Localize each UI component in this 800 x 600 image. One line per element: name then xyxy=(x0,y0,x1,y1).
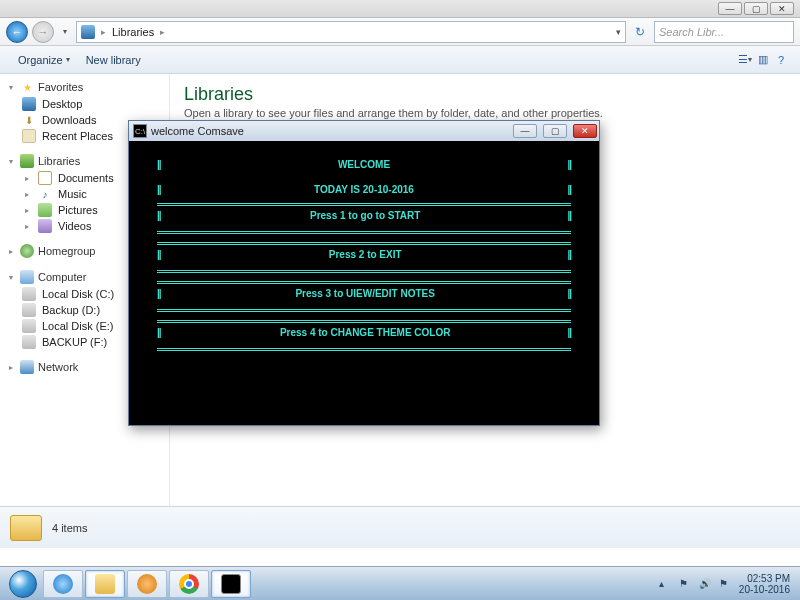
taskbar-chrome[interactable] xyxy=(169,570,209,598)
address-bar[interactable]: ▸ Libraries ▸ ▾ xyxy=(76,21,626,43)
cmd-menu-4: Press 4 to CHANGE THEME COLOR xyxy=(163,325,567,340)
search-input[interactable]: Search Libr... xyxy=(654,21,794,43)
taskbar-mediaplayer[interactable] xyxy=(127,570,167,598)
folder-icon xyxy=(10,515,42,541)
cmd-title-icon: C:\ xyxy=(133,124,147,138)
page-subtitle: Open a library to see your files and arr… xyxy=(184,107,786,119)
clock[interactable]: 02:53 PM 20-10-2016 xyxy=(739,573,790,595)
cmd-title-bar[interactable]: C:\ welcome Comsave — ▢ ✕ xyxy=(129,121,599,141)
forward-button[interactable]: → xyxy=(32,21,54,43)
favorites-header[interactable]: ▾★Favorites xyxy=(0,78,169,96)
command-toolbar: Organize▾ New library ☰▾ ▥ ? xyxy=(0,46,800,74)
network-tray-icon[interactable]: ⚑ xyxy=(719,578,731,590)
new-library-button[interactable]: New library xyxy=(78,50,149,70)
ie-icon xyxy=(53,574,73,594)
cmd-menu-2: Press 2 to EXIT xyxy=(163,247,567,262)
cmd-menu-1: Press 1 to go to START xyxy=(163,208,567,223)
taskbar: ▴ ⚑ 🔊 ⚑ 02:53 PM 20-10-2016 xyxy=(0,566,800,600)
windows-orb-icon xyxy=(9,570,37,598)
cmd-output: ||WELCOME|| ||TODAY IS 20-10-2016|| ||Pr… xyxy=(129,141,599,362)
breadcrumb-segment[interactable]: Libraries xyxy=(112,26,154,38)
cmd-maximize-button[interactable]: ▢ xyxy=(543,124,567,138)
organize-menu[interactable]: Organize▾ xyxy=(10,50,78,70)
star-icon: ★ xyxy=(20,80,34,94)
volume-icon[interactable]: 🔊 xyxy=(699,578,711,590)
folder-icon xyxy=(95,574,115,594)
close-button[interactable]: ✕ xyxy=(770,2,794,15)
system-tray: ▴ ⚑ 🔊 ⚑ 02:53 PM 20-10-2016 xyxy=(659,573,796,595)
disk-icon xyxy=(22,319,36,333)
downloads-icon: ⬇ xyxy=(22,113,36,127)
preview-pane-icon[interactable]: ▥ xyxy=(754,51,772,69)
network-icon xyxy=(20,360,34,374)
documents-icon xyxy=(38,171,52,185)
location-icon xyxy=(81,25,95,39)
view-options-icon[interactable]: ☰▾ xyxy=(736,51,754,69)
pictures-icon xyxy=(38,203,52,217)
help-icon[interactable]: ? xyxy=(772,51,790,69)
details-pane: 4 items xyxy=(0,506,800,548)
cmd-title-text: welcome Comsave xyxy=(151,125,244,137)
mediaplayer-icon xyxy=(137,574,157,594)
videos-icon xyxy=(38,219,52,233)
maximize-button[interactable]: ▢ xyxy=(744,2,768,15)
cmd-minimize-button[interactable]: — xyxy=(513,124,537,138)
address-dropdown-icon[interactable]: ▾ xyxy=(616,27,621,37)
start-button[interactable] xyxy=(4,567,42,601)
libraries-icon xyxy=(20,154,34,168)
window-title-bar: — ▢ ✕ xyxy=(0,0,800,18)
show-hidden-icon[interactable]: ▴ xyxy=(659,578,671,590)
taskbar-cmd[interactable] xyxy=(211,570,251,598)
page-title: Libraries xyxy=(184,84,786,105)
disk-icon xyxy=(22,303,36,317)
disk-icon xyxy=(22,335,36,349)
music-icon: ♪ xyxy=(38,187,52,201)
homegroup-icon xyxy=(20,244,34,258)
item-count: 4 items xyxy=(52,522,87,534)
disk-icon xyxy=(22,287,36,301)
back-button[interactable]: ← xyxy=(6,21,28,43)
taskbar-explorer[interactable] xyxy=(85,570,125,598)
recent-icon xyxy=(22,129,36,143)
cmd-menu-3: Press 3 to UIEW/EDIT NOTES xyxy=(163,286,567,301)
chrome-icon xyxy=(179,574,199,594)
taskbar-ie[interactable] xyxy=(43,570,83,598)
desktop-icon xyxy=(22,97,36,111)
computer-icon xyxy=(20,270,34,284)
sidebar-item-desktop[interactable]: Desktop xyxy=(0,96,169,112)
flag-icon[interactable]: ⚑ xyxy=(679,578,691,590)
breadcrumb-sep: ▸ xyxy=(101,27,106,37)
cmd-close-button[interactable]: ✕ xyxy=(573,124,597,138)
cmd-window[interactable]: C:\ welcome Comsave — ▢ ✕ ||WELCOME|| ||… xyxy=(128,120,600,426)
breadcrumb-sep: ▸ xyxy=(160,27,165,37)
refresh-button[interactable]: ↻ xyxy=(630,22,650,42)
cmd-icon xyxy=(221,574,241,594)
minimize-button[interactable]: — xyxy=(718,2,742,15)
nav-bar: ← → ▾ ▸ Libraries ▸ ▾ ↻ Search Libr... xyxy=(0,18,800,46)
nav-history-dropdown[interactable]: ▾ xyxy=(58,21,72,43)
